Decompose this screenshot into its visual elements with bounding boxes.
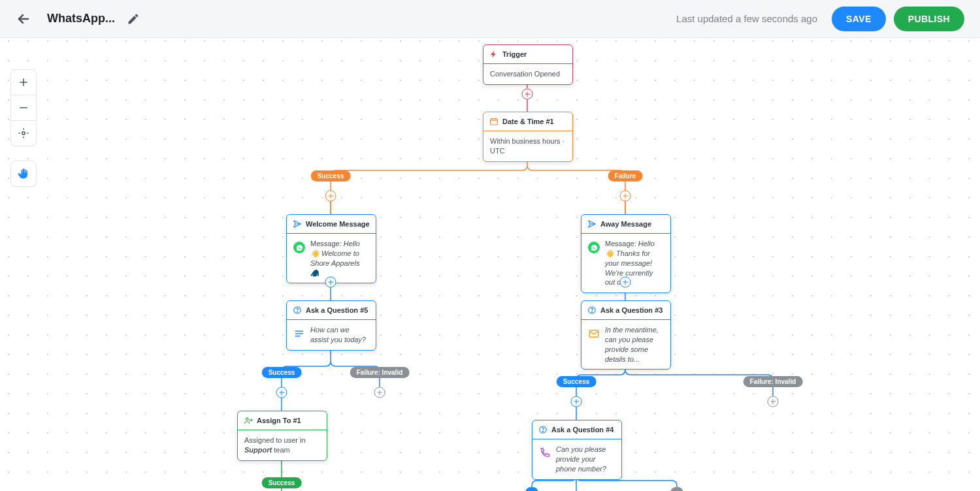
node-body: Conversation Opened: [490, 70, 560, 78]
node-title: Assign To #1: [257, 417, 301, 424]
whatsapp-icon: [588, 242, 600, 253]
add-step-button[interactable]: [325, 277, 336, 288]
question-text: How can we assist you today?: [310, 325, 369, 345]
node-assign-to[interactable]: Assign To #1 Assigned to user in Support…: [237, 411, 327, 461]
node-title: Welcome Message: [306, 220, 370, 228]
pan-tool-button[interactable]: [11, 161, 36, 186]
last-updated-text: Last updated a few seconds ago: [676, 13, 817, 24]
edit-title-button[interactable]: [127, 12, 140, 25]
assign-text-post: team: [272, 446, 290, 454]
node-title: Ask a Question #4: [551, 426, 613, 434]
question-icon: [538, 425, 547, 434]
list-icon: [293, 328, 305, 340]
save-button[interactable]: SAVE: [832, 7, 886, 31]
svg-point-3: [297, 311, 298, 312]
message-label: Message:: [605, 240, 638, 247]
question-text: In the meantime, can you please provide …: [605, 325, 664, 364]
assign-team: Support: [244, 446, 272, 454]
branch-pill-success: [525, 487, 538, 491]
svg-point-5: [592, 311, 593, 312]
add-step-button[interactable]: [276, 387, 287, 398]
node-datetime[interactable]: Date & Time #1 Within business hours · U…: [483, 112, 573, 162]
node-title: Ask a Question #5: [306, 306, 368, 314]
assign-text-pre: Assigned to user in: [244, 436, 306, 444]
svg-point-7: [246, 418, 249, 420]
branch-pill-success: Success: [262, 477, 302, 488]
node-title: Away Message: [600, 220, 651, 228]
branch-pill-failure: Failure: [608, 170, 643, 182]
add-step-button[interactable]: [325, 191, 336, 202]
workflow-title: WhatsApp...: [47, 12, 115, 25]
user-arrow-icon: [244, 416, 253, 425]
branch-pill-success: Success: [557, 376, 596, 387]
message-label: Message:: [310, 240, 344, 247]
question-icon: [587, 306, 596, 315]
add-step-button[interactable]: [620, 277, 631, 288]
zoom-out-button[interactable]: [11, 95, 36, 120]
svg-rect-1: [491, 119, 498, 125]
add-step-button[interactable]: [374, 387, 385, 398]
question-icon: [293, 306, 302, 315]
svg-point-0: [22, 132, 25, 135]
node-ask-question-4[interactable]: Ask a Question #4 Can you please provide…: [532, 420, 622, 480]
publish-button[interactable]: PUBLISH: [894, 7, 964, 31]
send-icon: [293, 219, 302, 229]
add-step-button[interactable]: [620, 191, 631, 202]
pan-tool-group: [10, 161, 37, 187]
node-ask-question-5[interactable]: Ask a Question #5 How can we assist you …: [286, 300, 376, 351]
mail-icon: [588, 328, 600, 340]
node-welcome-message[interactable]: Welcome Message Message: Hello 👋 Welcome…: [286, 214, 376, 283]
workflow-canvas[interactable]: Trigger Conversation Opened Date & Time …: [0, 38, 980, 491]
send-icon: [587, 219, 596, 229]
add-step-button[interactable]: [571, 396, 582, 407]
add-step-button[interactable]: [522, 89, 533, 100]
branch-pill-success: Success: [311, 170, 351, 182]
question-text: Can you please provide your phone number…: [556, 445, 615, 474]
node-body: Within business hours · UTC: [490, 137, 564, 155]
node-trigger[interactable]: Trigger Conversation Opened: [483, 44, 573, 85]
branch-pill-failure-invalid: Failure: Invalid: [743, 376, 803, 387]
calendar-icon: [489, 117, 498, 126]
app-header: WhatsApp... Last updated a few seconds a…: [0, 0, 980, 38]
svg-point-9: [543, 431, 544, 432]
back-arrow-icon[interactable]: [16, 11, 31, 27]
zoom-tool-group: [10, 69, 37, 146]
node-title: Ask a Question #3: [600, 306, 662, 314]
node-title: Trigger: [502, 50, 527, 58]
whatsapp-icon: [293, 242, 305, 253]
node-ask-question-3[interactable]: Ask a Question #3 In the meantime, can y…: [581, 300, 671, 370]
center-view-button[interactable]: [11, 120, 36, 146]
add-step-button[interactable]: [768, 396, 779, 407]
branch-pill-failure-invalid: [670, 487, 683, 491]
branch-pill-failure-invalid: Failure: Invalid: [350, 367, 410, 378]
branch-pill-success: Success: [262, 367, 302, 378]
trigger-icon: [489, 50, 498, 59]
connection-wires: [0, 38, 980, 491]
phone-icon: [539, 447, 551, 459]
zoom-in-button[interactable]: [11, 70, 36, 95]
node-title: Date & Time #1: [502, 118, 554, 125]
